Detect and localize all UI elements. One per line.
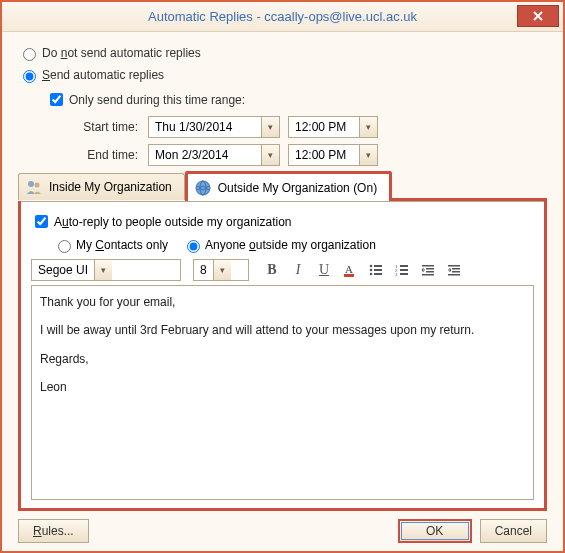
end-date-value: Mon 2/3/2014: [149, 148, 261, 162]
start-time-dropdown[interactable]: 12:00 PM ▾: [288, 116, 378, 138]
svg-rect-17: [400, 273, 408, 275]
font-dropdown[interactable]: Segoe UI ▾: [31, 259, 181, 281]
tab-strip-spacer: [392, 198, 547, 201]
font-value: Segoe UI: [32, 263, 94, 277]
end-date-dropdown[interactable]: Mon 2/3/2014 ▾: [148, 144, 280, 166]
increase-indent-icon: [446, 262, 462, 278]
font-color-icon: A: [342, 262, 358, 278]
chevron-down-icon: ▾: [213, 260, 231, 280]
number-list-button[interactable]: 123: [391, 259, 413, 281]
chevron-down-icon: ▾: [359, 145, 377, 165]
my-contacts-radio[interactable]: My Contacts only: [53, 237, 168, 253]
only-send-range-label: Only send during this time range:: [69, 93, 245, 107]
svg-rect-13: [400, 265, 408, 267]
svg-rect-19: [426, 268, 434, 270]
start-time-value: 12:00 PM: [289, 120, 359, 134]
do-not-send-radio-input[interactable]: [23, 48, 36, 61]
globe-icon: [194, 179, 212, 197]
chevron-down-icon: ▾: [261, 145, 279, 165]
message-line: Regards,: [40, 349, 525, 369]
anyone-outside-label: Anyone outside my organization: [205, 238, 376, 252]
only-send-range-input[interactable]: [50, 93, 63, 106]
titlebar: Automatic Replies - ccaally-ops@live.ucl…: [2, 2, 563, 32]
svg-rect-18: [422, 265, 434, 267]
end-time-label: End time:: [68, 148, 138, 162]
svg-point-8: [370, 269, 373, 272]
svg-text:A: A: [345, 263, 353, 275]
dialog-footer: Rules... OK Cancel: [18, 511, 547, 543]
svg-text:3: 3: [395, 272, 398, 277]
svg-rect-15: [400, 269, 408, 271]
send-radio-input[interactable]: [23, 70, 36, 83]
svg-rect-22: [448, 265, 460, 267]
bold-button[interactable]: B: [261, 259, 283, 281]
bullet-list-button[interactable]: [365, 259, 387, 281]
send-radio[interactable]: Send automatic replies: [18, 67, 547, 83]
dialog-window: Automatic Replies - ccaally-ops@live.ucl…: [0, 0, 565, 553]
my-contacts-radio-input[interactable]: [58, 240, 71, 253]
message-editor[interactable]: Thank you for your email, I will be away…: [31, 285, 534, 500]
font-size-dropdown[interactable]: 8 ▾: [193, 259, 249, 281]
number-list-icon: 123: [394, 262, 410, 278]
start-date-value: Thu 1/30/2014: [149, 120, 261, 134]
send-label: Send automatic replies: [42, 68, 164, 82]
end-time-value: 12:00 PM: [289, 148, 359, 162]
start-time-label: Start time:: [68, 120, 138, 134]
dialog-body: Do not send automatic replies Send autom…: [2, 32, 563, 551]
format-toolbar: Segoe UI ▾ 8 ▾ B I U A: [31, 259, 534, 281]
tab-outside-label: Outside My Organization (On): [218, 181, 377, 195]
only-send-range-checkbox[interactable]: Only send during this time range:: [46, 90, 547, 109]
svg-point-1: [35, 183, 40, 188]
tab-inside-label: Inside My Organization: [49, 180, 172, 194]
svg-rect-24: [452, 271, 460, 273]
auto-reply-outside-input[interactable]: [35, 215, 48, 228]
svg-point-10: [370, 273, 373, 276]
svg-point-2: [196, 181, 210, 195]
tabs-strip: Inside My Organization Outside My Organi…: [18, 173, 547, 201]
start-date-dropdown[interactable]: Thu 1/30/2014 ▾: [148, 116, 280, 138]
anyone-outside-radio[interactable]: Anyone outside my organization: [182, 237, 376, 253]
svg-point-6: [370, 265, 373, 268]
underline-button[interactable]: U: [313, 259, 335, 281]
cancel-button[interactable]: Cancel: [480, 519, 547, 543]
decrease-indent-icon: [420, 262, 436, 278]
svg-rect-9: [374, 269, 382, 271]
svg-rect-21: [422, 274, 434, 276]
svg-rect-23: [452, 268, 460, 270]
svg-rect-20: [426, 271, 434, 273]
tab-content-outside: Auto-reply to people outside my organiza…: [21, 201, 544, 508]
italic-button[interactable]: I: [287, 259, 309, 281]
svg-rect-25: [448, 274, 460, 276]
message-line: I will be away until 3rd February and wi…: [40, 320, 525, 340]
do-not-send-radio[interactable]: Do not send automatic replies: [18, 45, 547, 61]
outside-scope-row: My Contacts only Anyone outside my organ…: [53, 237, 534, 253]
decrease-indent-button[interactable]: [417, 259, 439, 281]
window-title: Automatic Replies - ccaally-ops@live.ucl…: [148, 9, 417, 24]
close-button[interactable]: [517, 5, 559, 27]
do-not-send-label: Do not send automatic replies: [42, 46, 201, 60]
tab-outside-org[interactable]: Outside My Organization (On): [185, 171, 392, 201]
people-icon: [25, 178, 43, 196]
end-time-row: End time: Mon 2/3/2014 ▾ 12:00 PM ▾: [68, 144, 547, 166]
bullet-list-icon: [368, 262, 384, 278]
chevron-down-icon: ▾: [359, 117, 377, 137]
svg-rect-11: [374, 273, 382, 275]
ok-button[interactable]: OK: [398, 519, 472, 543]
chevron-down-icon: ▾: [94, 260, 112, 280]
start-time-row: Start time: Thu 1/30/2014 ▾ 12:00 PM ▾: [68, 116, 547, 138]
tab-inside-org[interactable]: Inside My Organization: [18, 173, 185, 200]
message-line: Thank you for your email,: [40, 292, 525, 312]
svg-point-0: [28, 181, 34, 187]
tabs-area: Inside My Organization Outside My Organi…: [18, 201, 547, 511]
rules-button[interactable]: Rules...: [18, 519, 89, 543]
font-color-button[interactable]: A: [339, 259, 361, 281]
anyone-outside-radio-input[interactable]: [187, 240, 200, 253]
svg-rect-7: [374, 265, 382, 267]
increase-indent-button[interactable]: [443, 259, 465, 281]
message-line: Leon: [40, 377, 525, 397]
my-contacts-label: My Contacts only: [76, 238, 168, 252]
close-icon: [532, 10, 544, 22]
end-time-dropdown[interactable]: 12:00 PM ▾: [288, 144, 378, 166]
auto-reply-outside-label: Auto-reply to people outside my organiza…: [54, 215, 292, 229]
auto-reply-outside-checkbox[interactable]: Auto-reply to people outside my organiza…: [31, 212, 534, 231]
